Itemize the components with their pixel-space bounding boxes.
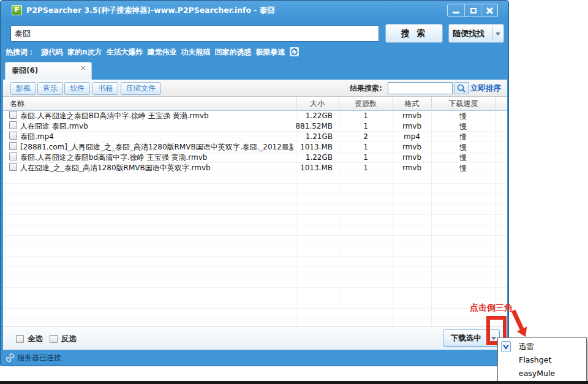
search-panel: 搜 索 随便找找 热搜词：源代码家的n次方生活大爆炸建党伟业功夫熊猫回家的诱惑极… <box>1 20 508 59</box>
hot-word-link[interactable]: 建党伟业 <box>148 48 177 56</box>
tab-close-icon[interactable]: × <box>80 63 86 72</box>
tab-taijiong[interactable]: 泰囧(6) × <box>5 62 92 80</box>
table-row[interactable]: 泰囧.人再囧途之泰囧bd高清中字.徐峥 王宝强 黄渤.rmvb 1.22GB 1… <box>3 152 507 163</box>
tab-strip: 泰囧(6) × <box>1 59 508 80</box>
cell-speed: 慢 <box>431 132 496 142</box>
table-row[interactable]: 人在囧途 泰囧.rmvb 881.52MB 1 rmvb 慢 <box>3 121 507 132</box>
cell-resources: 1 <box>339 142 393 152</box>
row-checkbox[interactable] <box>9 132 17 140</box>
window-controls <box>447 4 498 17</box>
invert-selection-label[interactable]: 反选 <box>61 326 77 351</box>
cell-size: 1013.MB <box>271 163 333 173</box>
result-search-button[interactable] <box>454 82 469 94</box>
column-header-format[interactable]: 格式 <box>393 97 431 110</box>
result-search-label: 结果搜索: <box>350 80 382 97</box>
search-button[interactable]: 搜 索 <box>385 24 443 43</box>
title-bar: F P2PSearcher 3.5(种子搜索神器)-www.P2PSearche… <box>1 1 508 20</box>
hot-word-link[interactable]: 功夫熊猫 <box>181 48 211 56</box>
cell-speed: 慢 <box>431 121 496 132</box>
minimize-button[interactable] <box>448 4 464 17</box>
cell-name: 人在囧途 泰囧.rmvb <box>20 121 293 132</box>
hot-word-link[interactable]: 极限拳速 <box>256 48 285 56</box>
select-all-checkbox[interactable] <box>16 335 24 343</box>
table-row[interactable]: 人在囧途_之_泰囧_高清1280版RMVB国语中英双字.rmvb 1013.MB… <box>3 163 507 173</box>
row-checkbox[interactable] <box>9 163 17 171</box>
refresh-icon[interactable] <box>290 47 299 56</box>
select-all-label[interactable]: 全选 <box>28 326 43 351</box>
download-menu: 迅雷 Flashget easyMule <box>497 337 587 382</box>
tab-label: 泰囧(6) <box>12 62 38 79</box>
close-button[interactable] <box>481 4 497 17</box>
screen-bottom-edge <box>0 381 588 384</box>
cell-name: 泰囧.人再囧途之泰囧BD高清中字.徐峥 王宝强 黄渤.rmvb <box>20 111 293 121</box>
category-books-button[interactable]: 书籍 <box>92 82 118 95</box>
column-header-resources[interactable]: 资源数 <box>339 97 393 110</box>
cell-name: [28881.com]_人再囧途_之_泰囧_高清1280版RMVB国语中英双字.… <box>20 142 293 152</box>
category-toolbar: 影视 音乐 软件 书籍 压缩文件 结果搜索: 立即排序 <box>3 80 507 97</box>
hot-word-link[interactable]: 生活大爆炸 <box>107 48 143 56</box>
table-row[interactable]: 泰囧.人再囧途之泰囧BD高清中字.徐峥 王宝强 黄渤.rmvb 1.22GB 1… <box>3 111 507 121</box>
search-input[interactable] <box>10 25 379 42</box>
menu-item-easymule[interactable]: easyMule <box>498 367 586 380</box>
selection-toolbar: 全选 反选 下载选中 <box>3 326 507 350</box>
table-row[interactable]: 泰囧.mp4 1.21GB 2 mp4 慢 <box>3 132 507 142</box>
cell-resources: 1 <box>339 111 393 121</box>
results-panel: 影视 音乐 软件 书籍 压缩文件 结果搜索: 立即排序 名称 大小 资源数 格式… <box>3 80 507 350</box>
app-window: F P2PSearcher 3.5(种子搜索神器)-www.P2PSearche… <box>0 0 509 366</box>
category-archive-button[interactable]: 压缩文件 <box>121 82 161 95</box>
menu-item-flashget[interactable]: Flashget <box>498 353 586 367</box>
category-video-button[interactable]: 影视 <box>10 82 36 95</box>
menu-item-thunder[interactable]: 迅雷 <box>498 340 586 353</box>
invert-selection-checkbox[interactable] <box>50 335 58 343</box>
row-checkbox[interactable] <box>9 121 17 129</box>
cell-speed: 慢 <box>431 111 496 121</box>
cell-size: 1.21GB <box>271 132 333 142</box>
column-header-speed[interactable]: 下载速度 <box>431 97 496 110</box>
table-body: 泰囧.人再囧途之泰囧BD高清中字.徐峥 王宝强 黄渤.rmvb 1.22GB 1… <box>3 111 507 326</box>
cell-format: rmvb <box>393 121 431 132</box>
table-header: 名称 大小 资源数 格式 下载速度 <box>3 97 507 111</box>
cell-format: rmvb <box>393 163 431 173</box>
menu-item-label: easyMule <box>519 369 555 378</box>
cell-resources: 1 <box>339 152 393 163</box>
cell-resources: 1 <box>339 163 393 173</box>
cell-format: mp4 <box>393 132 431 142</box>
category-music-button[interactable]: 音乐 <box>37 82 63 95</box>
column-header-name[interactable]: 名称 <box>10 97 24 110</box>
maximize-button[interactable] <box>464 4 481 17</box>
result-search-input[interactable] <box>388 82 453 94</box>
window-title: P2PSearcher 3.5(种子搜索神器)-www.P2PSearcher.… <box>26 1 275 20</box>
random-search-button[interactable]: 随便找找 <box>448 24 504 43</box>
row-checkbox[interactable] <box>9 111 17 119</box>
cell-format: rmvb <box>393 111 431 121</box>
cell-size: 881.52MB <box>271 121 333 132</box>
annotation-text: 点击倒三角 <box>470 303 513 314</box>
hot-word-link[interactable]: 源代码 <box>41 48 63 56</box>
hot-word-link[interactable]: 回家的诱惑 <box>215 48 252 56</box>
hot-word-link[interactable]: 家的n次方 <box>67 48 102 56</box>
minimize-icon <box>453 12 459 13</box>
selected-check-icon <box>501 341 511 352</box>
sort-now-link[interactable]: 立即排序 <box>470 80 501 97</box>
cell-size: 1.22GB <box>271 111 333 121</box>
row-checkbox[interactable] <box>9 142 17 150</box>
menu-item-label: 迅雷 <box>519 342 534 351</box>
download-selected-label: 下载选中 <box>443 330 489 346</box>
cell-name: 泰囧.人再囧途之泰囧bd高清中字.徐峥 王宝强 黄渤.rmvb <box>20 152 293 163</box>
link-icon <box>6 353 15 363</box>
chevron-down-icon[interactable] <box>496 32 500 36</box>
cell-size: 1.22GB <box>271 152 333 163</box>
cell-speed: 慢 <box>431 152 496 163</box>
app-logo-icon: F <box>12 5 22 15</box>
row-checkbox[interactable] <box>9 152 17 160</box>
cell-resources: 2 <box>339 132 393 142</box>
cell-format: rmvb <box>393 142 431 152</box>
category-software-button[interactable]: 软件 <box>64 82 90 95</box>
table-row[interactable]: [28881.com]_人再囧途_之_泰囧_高清1280版RMVB国语中英双字.… <box>3 142 507 152</box>
cell-size: 1013.MB <box>271 142 333 152</box>
cell-name: 人在囧途_之_泰囧_高清1280版RMVB国语中英双字.rmvb <box>20 163 293 173</box>
status-text: 服务器已连接 <box>17 350 61 366</box>
status-bar: 服务器已连接 <box>1 350 508 366</box>
column-header-size[interactable]: 大小 <box>296 97 339 110</box>
random-search-label: 随便找找 <box>453 24 484 42</box>
